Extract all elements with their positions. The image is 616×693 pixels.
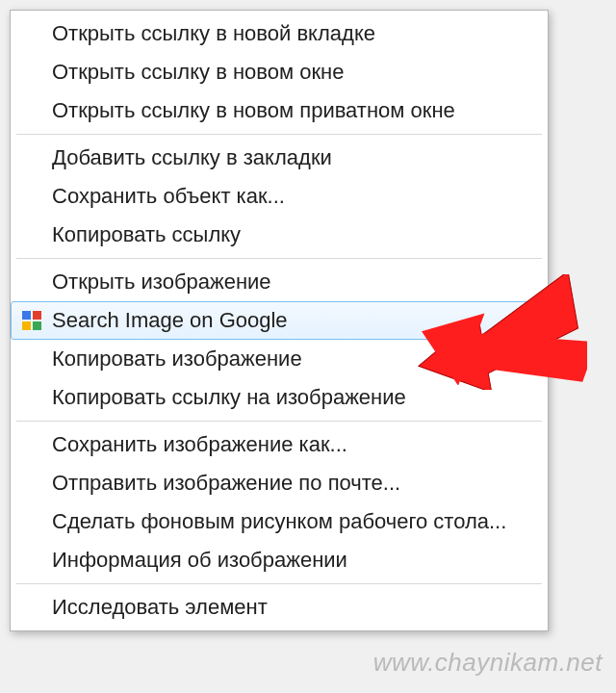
menu-item-label: Сохранить объект как... bbox=[52, 184, 529, 209]
menu-item-label: Информация об изображении bbox=[52, 548, 529, 573]
menu-separator bbox=[16, 421, 542, 422]
empty-icon bbox=[17, 60, 46, 85]
empty-icon bbox=[17, 346, 46, 372]
menu-item-open-image[interactable]: Открыть изображение bbox=[11, 263, 548, 301]
menu-item-set-as-wallpaper[interactable]: Сделать фоновым рисунком рабочего стола.… bbox=[11, 502, 548, 541]
menu-item-open-link-new-window[interactable]: Открыть ссылку в новом окне bbox=[11, 53, 548, 91]
watermark-text: www.chaynikam.net bbox=[373, 648, 603, 678]
menu-item-copy-image-link[interactable]: Копировать ссылку на изображение bbox=[11, 378, 548, 417]
menu-item-label: Search Image on Google bbox=[52, 308, 529, 333]
context-menu: Открыть ссылку в новой вкладке Открыть с… bbox=[10, 10, 549, 631]
menu-item-copy-image[interactable]: Копировать изображение bbox=[11, 340, 548, 378]
menu-item-label: Открыть ссылку в новом приватном окне bbox=[52, 98, 529, 123]
google-icon bbox=[17, 308, 46, 333]
menu-separator bbox=[16, 583, 542, 584]
menu-item-label: Копировать ссылку bbox=[52, 222, 529, 247]
menu-item-label: Исследовать элемент bbox=[52, 595, 529, 620]
menu-item-label: Копировать ссылку на изображение bbox=[52, 385, 529, 410]
empty-icon bbox=[17, 145, 46, 170]
menu-item-open-link-new-tab[interactable]: Открыть ссылку в новой вкладке bbox=[11, 14, 548, 53]
menu-item-bookmark-link[interactable]: Добавить ссылку в закладки bbox=[11, 139, 548, 177]
empty-icon bbox=[17, 222, 46, 247]
menu-item-search-image-google[interactable]: Search Image on Google bbox=[11, 301, 548, 340]
menu-item-copy-link[interactable]: Копировать ссылку bbox=[11, 216, 548, 254]
menu-item-label: Копировать изображение bbox=[52, 346, 529, 372]
empty-icon bbox=[17, 509, 46, 534]
menu-item-label: Открыть изображение bbox=[52, 270, 529, 295]
menu-item-label: Открыть ссылку в новом окне bbox=[52, 60, 529, 85]
menu-item-label: Отправить изображение по почте... bbox=[52, 471, 529, 496]
menu-separator bbox=[16, 258, 542, 259]
menu-item-image-info[interactable]: Информация об изображении bbox=[11, 541, 548, 579]
empty-icon bbox=[17, 471, 46, 496]
empty-icon bbox=[17, 595, 46, 620]
menu-item-save-link-as[interactable]: Сохранить объект как... bbox=[11, 177, 548, 216]
empty-icon bbox=[17, 548, 46, 573]
menu-item-label: Сохранить изображение как... bbox=[52, 432, 529, 457]
menu-item-open-link-private[interactable]: Открыть ссылку в новом приватном окне bbox=[11, 91, 548, 130]
empty-icon bbox=[17, 98, 46, 123]
menu-item-label: Сделать фоновым рисунком рабочего стола.… bbox=[52, 509, 529, 534]
empty-icon bbox=[17, 184, 46, 209]
menu-item-inspect-element[interactable]: Исследовать элемент bbox=[11, 588, 548, 627]
menu-item-label: Добавить ссылку в закладки bbox=[52, 145, 529, 170]
menu-item-save-image-as[interactable]: Сохранить изображение как... bbox=[11, 425, 548, 464]
empty-icon bbox=[17, 432, 46, 457]
menu-separator bbox=[16, 134, 542, 135]
empty-icon bbox=[17, 270, 46, 295]
empty-icon bbox=[17, 21, 46, 46]
menu-item-label: Открыть ссылку в новой вкладке bbox=[52, 21, 529, 46]
menu-item-email-image[interactable]: Отправить изображение по почте... bbox=[11, 464, 548, 502]
empty-icon bbox=[17, 385, 46, 410]
